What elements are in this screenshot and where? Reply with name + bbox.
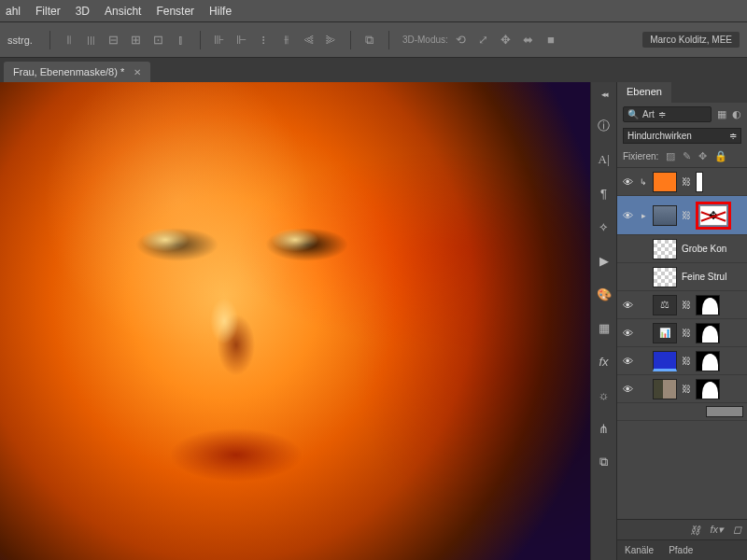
filter-pixel-icon[interactable]: ▦: [717, 108, 726, 120]
visibility-icon[interactable]: 👁: [621, 384, 634, 395]
clone-icon[interactable]: ⧉: [594, 452, 614, 472]
layer-row[interactable]: Grobe Kon: [617, 235, 747, 263]
distribute-icon[interactable]: ⫷: [300, 31, 318, 49]
lock-position-icon[interactable]: ✥: [698, 150, 707, 162]
collapse-icon[interactable]: ◂◂: [601, 90, 607, 99]
auto-align-icon[interactable]: ⧉: [360, 31, 379, 49]
blend-mode-select[interactable]: Hindurchwirken ≑: [623, 128, 741, 144]
layer-thumb[interactable]: [653, 172, 677, 192]
close-icon[interactable]: ✕: [134, 67, 141, 77]
menu-item[interactable]: Hilfe: [209, 5, 232, 18]
no-drop-mask-thumb[interactable]: ✥: [699, 205, 727, 226]
mask-thumb[interactable]: [696, 379, 720, 399]
swatches-icon[interactable]: ▦: [594, 317, 614, 338]
align-icon[interactable]: ⫿: [172, 31, 190, 49]
blend-mode-row: Hindurchwirken ≑: [617, 126, 747, 147]
visibility-icon[interactable]: 👁: [621, 300, 634, 311]
color-icon[interactable]: 🎨: [594, 284, 614, 304]
3d-icon[interactable]: ⤢: [474, 31, 493, 49]
brushes-icon[interactable]: ⋔: [594, 418, 614, 439]
styles-icon[interactable]: fx: [594, 351, 614, 371]
mask-thumb[interactable]: [696, 351, 720, 371]
link-icon[interactable]: ⛓: [682, 210, 691, 220]
tool-label: sstrg.: [7, 35, 33, 46]
adjustment-thumb[interactable]: 📊: [653, 323, 677, 343]
visibility-icon[interactable]: 👁: [621, 210, 634, 221]
timeline-icon[interactable]: ▶: [594, 250, 614, 271]
paths-tab[interactable]: Pfade: [661, 541, 700, 559]
adjustment-thumb[interactable]: ⚖: [653, 295, 677, 315]
layer-row[interactable]: 👁 ↳ ⛓: [617, 168, 747, 196]
visibility-icon[interactable]: 👁: [621, 356, 634, 367]
link-layers-icon[interactable]: ⛓: [690, 525, 700, 536]
layer-thumb[interactable]: [653, 267, 677, 287]
character-icon[interactable]: A|: [594, 149, 614, 170]
filter-adjust-icon[interactable]: ◐: [732, 108, 741, 120]
align-icon[interactable]: ⊞: [127, 31, 146, 49]
paragraph-icon[interactable]: ¶: [594, 183, 614, 203]
link-icon[interactable]: ⛓: [682, 384, 691, 394]
layer-filter-row: 🔍 Art ≑ ▦ ◐: [617, 103, 747, 126]
visibility-icon[interactable]: 👁: [621, 328, 634, 339]
distribute-icon[interactable]: ⫶: [255, 31, 274, 49]
menu-item[interactable]: Filter: [35, 5, 61, 18]
filter-type-select[interactable]: 🔍 Art ≑: [623, 106, 712, 122]
3d-icon[interactable]: ■: [542, 31, 560, 49]
layer-row[interactable]: 👁 📊 ⛓: [617, 319, 747, 347]
link-icon[interactable]: ⛓: [682, 176, 691, 187]
layer-thumb[interactable]: [653, 351, 677, 371]
adjustments-icon[interactable]: ☼: [594, 385, 614, 405]
document-tab[interactable]: Frau, Ebenenmaske/8) * ✕: [4, 62, 150, 82]
user-badge[interactable]: Marco Kolditz, MEE: [642, 32, 740, 48]
layer-row[interactable]: 👁 ⛓: [617, 375, 747, 403]
3d-icon[interactable]: ⟲: [452, 31, 471, 49]
mask-thumb[interactable]: [696, 323, 720, 343]
layer-name[interactable]: Grobe Kon: [682, 244, 726, 254]
folder-thumb[interactable]: [653, 205, 677, 226]
lock-pixels-icon[interactable]: ✎: [683, 150, 691, 162]
menu-item[interactable]: Fenster: [156, 5, 194, 18]
distribute-icon[interactable]: ⫵: [277, 31, 296, 49]
layer-row[interactable]: 👁 ⚖ ⛓: [617, 291, 747, 319]
link-icon[interactable]: ⛓: [682, 300, 691, 310]
distribute-icon[interactable]: ⊩: [233, 31, 251, 49]
layer-thumb[interactable]: [653, 239, 677, 259]
layer-row[interactable]: Feine Strul: [617, 263, 747, 291]
mask-thumb[interactable]: [696, 295, 720, 315]
lock-label: Fixieren:: [623, 151, 658, 161]
distribute-icon[interactable]: ⫸: [322, 31, 341, 49]
mask-thumb[interactable]: [696, 172, 703, 192]
layers-tab[interactable]: Ebenen: [617, 82, 671, 103]
lock-transparency-icon[interactable]: ▨: [666, 150, 675, 162]
3d-icon[interactable]: ✥: [497, 31, 515, 49]
align-icon[interactable]: ⊡: [149, 31, 168, 49]
filter-label: Art: [642, 109, 655, 119]
3d-icon[interactable]: ⬌: [519, 31, 538, 49]
distribute-icon[interactable]: ⊪: [210, 31, 229, 49]
lock-all-icon[interactable]: 🔒: [714, 150, 727, 162]
align-icon[interactable]: ⫴: [60, 31, 78, 49]
layer-row[interactable]: [617, 403, 747, 421]
bottom-panel-tabs: Kanäle Pfade: [617, 539, 747, 560]
layer-thumb[interactable]: [706, 406, 743, 417]
canvas-area[interactable]: [0, 82, 590, 560]
measurement-icon[interactable]: ⟡: [594, 217, 614, 237]
layer-row[interactable]: 👁 ⛓: [617, 347, 747, 375]
fx-icon[interactable]: fx▾: [710, 524, 724, 536]
align-icon[interactable]: ⫼: [82, 31, 101, 49]
visibility-icon[interactable]: 👁: [621, 176, 634, 188]
channels-tab[interactable]: Kanäle: [617, 541, 661, 559]
link-icon[interactable]: ⛓: [682, 328, 691, 338]
layer-thumb[interactable]: [653, 379, 677, 399]
menu-item[interactable]: ahl: [6, 5, 21, 18]
info-icon[interactable]: ⓘ: [594, 116, 614, 136]
align-icon[interactable]: ⊟: [105, 31, 123, 49]
expand-icon[interactable]: ▸: [639, 211, 648, 220]
menu-item[interactable]: 3D: [76, 5, 90, 18]
link-icon[interactable]: ⛓: [682, 356, 691, 366]
menu-item[interactable]: Ansicht: [105, 5, 141, 18]
mask-icon[interactable]: ◻: [733, 524, 741, 536]
layer-group-row[interactable]: 👁 ▸ ⛓ ✥: [617, 196, 747, 235]
layer-name[interactable]: Feine Strul: [682, 272, 726, 282]
layers-panel: Ebenen 🔍 Art ≑ ▦ ◐ Hindurchwirken ≑ Fixi…: [616, 82, 747, 560]
